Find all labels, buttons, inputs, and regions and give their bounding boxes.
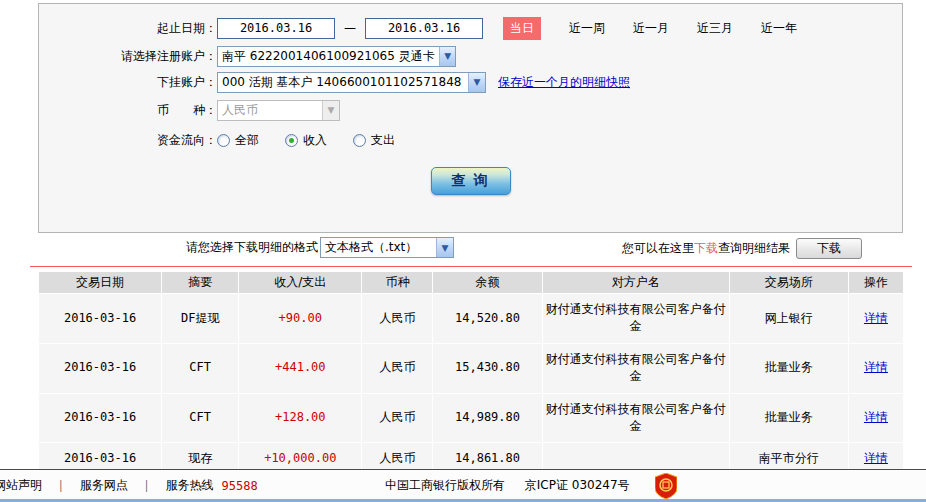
register-account-select[interactable]: 南平 6222001406100921065 灵通卡 ▼	[217, 46, 456, 67]
hotline-label: 服务热线	[166, 477, 214, 494]
flow-option-label: 支出	[371, 132, 395, 149]
download-bar: 请您选择下载明细的格式 文本格式（.txt） ▼ 您可以在这里下载查询明细结果 …	[0, 237, 926, 261]
date-range-label: 起止日期：	[39, 20, 217, 37]
detail-link[interactable]: 详情	[864, 311, 888, 325]
cell-venue: 批量业务	[730, 394, 848, 443]
quick-range-month[interactable]: 近一月	[633, 20, 669, 37]
chevron-down-icon[interactable]: ▼	[439, 47, 456, 66]
flow-radio-income[interactable]: 收入	[285, 132, 327, 149]
header-summary: 摘要	[162, 272, 238, 293]
sub-account-label: 下挂账户：	[39, 74, 217, 91]
fund-flow-label: 资金流向：	[39, 132, 217, 149]
cell-amount: +441.00	[239, 344, 361, 393]
table-row: 2016-03-16 DF提现 +90.00 人民币 14,520.80 财付通…	[39, 294, 903, 343]
footer-link-branches[interactable]: 服务网点	[80, 477, 128, 494]
cell-counterparty: 财付通支付科技有限公司客户备付金	[543, 294, 729, 343]
chevron-down-icon[interactable]: ▼	[436, 238, 453, 257]
radio-icon[interactable]	[217, 134, 230, 147]
register-account-value: 南平 6222001406100921065 灵通卡	[222, 48, 435, 65]
table-header-row: 交易日期 摘要 收入/支出 币种 余额 对方户名 交易场所 操作	[39, 272, 903, 293]
header-action: 操作	[849, 272, 903, 293]
cell-summary: DF提现	[162, 294, 238, 343]
footer-link-statement[interactable]: 网站声明	[0, 477, 42, 494]
cell-balance: 14,989.80	[433, 394, 541, 443]
date-from-input[interactable]	[217, 18, 335, 39]
cell-balance: 15,430.80	[433, 344, 541, 393]
header-currency: 币种	[362, 272, 432, 293]
cell-date: 2016-03-16	[39, 344, 161, 393]
chevron-down-icon[interactable]: ▼	[468, 73, 485, 92]
sub-account-value: 000 活期 基本户 1406600101102571848	[222, 74, 461, 91]
footer-links: 网站声明 ｜ 服务网点 ｜ 服务热线 95588	[0, 477, 258, 494]
header-amount: 收入/支出	[239, 272, 361, 293]
table-row: 2016-03-16 CFT +128.00 人民币 14,989.80 财付通…	[39, 394, 903, 443]
quick-range-year[interactable]: 近一年	[761, 20, 797, 37]
cell-summary: CFT	[162, 344, 238, 393]
chevron-down-icon: ▼	[322, 101, 339, 120]
header-venue: 交易场所	[730, 272, 848, 293]
quick-range-today[interactable]: 当日	[503, 17, 541, 40]
date-separator: —	[344, 21, 356, 35]
currency-value: 人民币	[222, 102, 258, 119]
table-row: 2016-03-16 CFT +441.00 人民币 15,430.80 财付通…	[39, 344, 903, 393]
flow-option-label: 收入	[303, 132, 327, 149]
download-format-select[interactable]: 文本格式（.txt） ▼	[320, 237, 454, 258]
date-to-input[interactable]	[365, 18, 483, 39]
copyright-text: 中国工商银行版权所有	[385, 478, 505, 492]
sub-account-select[interactable]: 000 活期 基本户 1406600101102571848 ▼	[217, 72, 486, 93]
detail-link[interactable]: 详情	[864, 410, 888, 424]
header-date: 交易日期	[39, 272, 161, 293]
flow-radio-expense[interactable]: 支出	[353, 132, 395, 149]
fund-flow-row: 资金流向： 全部 收入 支出	[39, 128, 421, 152]
download-format-value: 文本格式（.txt）	[325, 239, 417, 256]
cell-venue: 批量业务	[730, 344, 848, 393]
query-button[interactable]: 查 询	[431, 167, 511, 195]
footer-copyright-group: 中国工商银行版权所有 京ICP证 030247号	[385, 477, 630, 494]
quick-range-week[interactable]: 近一周	[569, 20, 605, 37]
save-snapshot-link[interactable]: 保存近一个月的明细快照	[498, 74, 630, 91]
cell-date: 2016-03-16	[39, 294, 161, 343]
flow-radio-all[interactable]: 全部	[217, 132, 259, 149]
transaction-table: 交易日期 摘要 收入/支出 币种 余额 对方户名 交易场所 操作 2016-03…	[38, 271, 904, 502]
icp-license-text: 京ICP证 030247号	[525, 478, 630, 492]
cell-currency: 人民币	[362, 344, 432, 393]
cell-counterparty: 财付通支付科技有限公司客户备付金	[543, 394, 729, 443]
footer: 网站声明 ｜ 服务网点 ｜ 服务热线 95588 中国工商银行版权所有 京ICP…	[0, 469, 926, 502]
cell-currency: 人民币	[362, 394, 432, 443]
cell-summary: CFT	[162, 394, 238, 443]
cell-venue: 网上银行	[730, 294, 848, 343]
detail-link[interactable]: 详情	[864, 451, 888, 465]
currency-label: 币 种：	[39, 102, 217, 119]
hotline-number: 95588	[222, 479, 258, 493]
security-seal-icon	[655, 473, 677, 499]
detail-link[interactable]: 详情	[864, 360, 888, 374]
currency-row: 币 种： 人民币 ▼	[39, 98, 340, 122]
cell-amount: +128.00	[239, 394, 361, 443]
header-balance: 余额	[433, 272, 541, 293]
cell-counterparty: 财付通支付科技有限公司客户备付金	[543, 344, 729, 393]
download-format-label: 请您选择下载明细的格式	[186, 239, 318, 256]
register-account-row: 请选择注册账户： 南平 6222001406100921065 灵通卡 ▼	[39, 44, 456, 68]
flow-option-label: 全部	[235, 132, 259, 149]
red-divider-line	[30, 266, 912, 267]
query-form-panel: 起止日期： — 当日 近一周 近一月 近三月 近一年 请选择注册账户： 南平 6…	[38, 3, 903, 233]
cell-date: 2016-03-16	[39, 394, 161, 443]
footer-separator: ｜	[55, 477, 67, 494]
download-hint-suffix: 查询明细结果	[718, 240, 790, 257]
radio-icon[interactable]	[353, 134, 366, 147]
footer-separator: ｜	[141, 477, 153, 494]
radio-checked-icon[interactable]	[285, 134, 298, 147]
download-hint-group: 您可以在这里下载查询明细结果 下载	[622, 238, 862, 259]
download-button[interactable]: 下载	[796, 238, 862, 259]
download-hint-prefix: 您可以在这里	[622, 240, 694, 257]
quick-range-quarter[interactable]: 近三月	[697, 20, 733, 37]
download-inline-link[interactable]: 下载	[694, 240, 718, 257]
download-format-group: 请您选择下载明细的格式 文本格式（.txt） ▼	[186, 237, 454, 258]
cell-balance: 14,520.80	[433, 294, 541, 343]
register-account-label: 请选择注册账户：	[39, 48, 217, 65]
cell-currency: 人民币	[362, 294, 432, 343]
header-counterparty: 对方户名	[543, 272, 729, 293]
sub-account-row: 下挂账户： 000 活期 基本户 1406600101102571848 ▼ 保…	[39, 70, 630, 94]
cell-amount: +90.00	[239, 294, 361, 343]
currency-select-disabled: 人民币 ▼	[217, 100, 340, 121]
